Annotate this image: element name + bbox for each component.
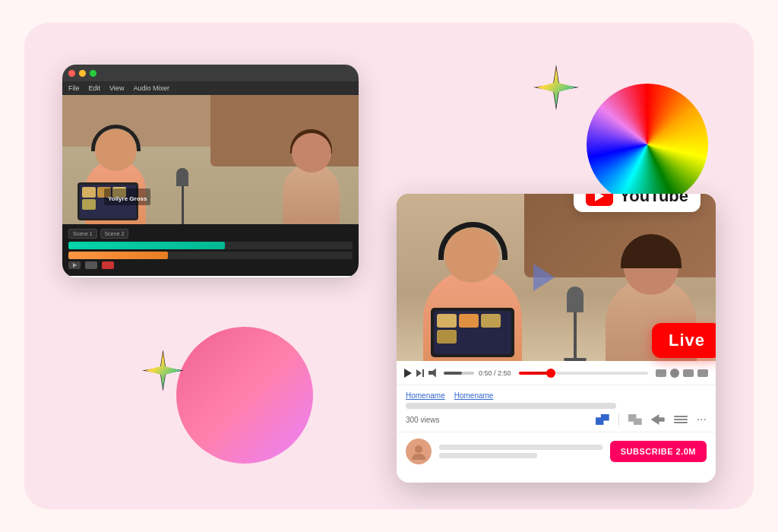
youtube-controls-bar: 0:50 / 2:50 xyxy=(397,361,716,385)
youtube-time-display: 0:50 / 2:50 xyxy=(479,369,511,377)
youtube-extra-controls xyxy=(656,369,708,378)
obs-play-icon xyxy=(73,263,77,268)
youtube-fullscreen-icon[interactable] xyxy=(697,369,708,377)
youtube-share-button[interactable] xyxy=(651,414,665,425)
star-icon-top-right xyxy=(533,65,579,110)
youtube-volume-icon[interactable] xyxy=(429,369,439,378)
avatar-icon xyxy=(410,443,427,460)
main-container: File Edit View Audio Mixer xyxy=(24,23,754,509)
svg-point-0 xyxy=(415,445,422,453)
youtube-thumbdown-button[interactable] xyxy=(628,414,642,425)
yt-divider-1 xyxy=(618,413,619,426)
youtube-settings-icon[interactable] xyxy=(670,369,679,378)
subscribe-button[interactable]: SUBSCRIBE 2.0M xyxy=(610,441,707,462)
obs-preview-area: Yollyre Gross xyxy=(62,95,359,224)
youtube-progress-bar[interactable] xyxy=(519,372,648,375)
youtube-logo-text: YouTube xyxy=(619,194,688,206)
youtube-play-button[interactable] xyxy=(404,369,412,378)
obs-play-button[interactable] xyxy=(68,261,81,269)
youtube-progress-dot[interactable] xyxy=(546,369,555,378)
star-icon-bottom-left xyxy=(142,350,184,391)
obs-menu-audio[interactable]: Audio Mixer xyxy=(133,84,169,92)
obs-menu-file[interactable]: File xyxy=(68,84,80,92)
deco-rainbow-circle xyxy=(587,84,708,205)
youtube-next-button[interactable] xyxy=(416,369,424,377)
live-badge: Live xyxy=(652,323,716,358)
obs-menu-bar: File Edit View Audio Mixer xyxy=(62,81,359,95)
obs-stop-button[interactable] xyxy=(85,261,97,269)
youtube-card: YouTube Live xyxy=(397,194,716,483)
youtube-channel-links: Homename Homename xyxy=(406,391,707,400)
deco-pink-circle xyxy=(176,327,313,464)
youtube-pip-icon[interactable] xyxy=(683,369,694,377)
list-line-3 xyxy=(674,422,688,423)
youtube-play-icon xyxy=(595,194,604,201)
youtube-logo-badge: YouTube xyxy=(574,194,701,212)
youtube-views-row: 300 views ··· xyxy=(406,413,707,426)
youtube-view-count: 300 views xyxy=(406,416,439,424)
youtube-subtitle-icon[interactable] xyxy=(656,369,666,377)
video-laptop xyxy=(431,308,514,357)
youtube-logo-icon xyxy=(586,194,613,206)
video-play-overlay[interactable] xyxy=(533,264,555,291)
obs-window-card: File Edit View Audio Mixer xyxy=(62,65,359,277)
obs-rec-button[interactable] xyxy=(102,261,114,269)
obs-track-1 xyxy=(68,242,353,249)
obs-track-fill-1 xyxy=(68,242,225,249)
obs-brand-text: Yollyre Gross xyxy=(108,195,147,202)
obs-maximize-dot[interactable] xyxy=(90,70,96,77)
obs-scene-1[interactable]: Scene 1 xyxy=(68,229,97,239)
obs-menu-edit[interactable]: Edit xyxy=(89,84,101,92)
obs-timeline: Scene 1 Scene 2 xyxy=(62,224,359,276)
channel-sub-line xyxy=(439,453,537,458)
obs-track-fill-2 xyxy=(68,252,168,259)
youtube-more-button[interactable]: ··· xyxy=(697,413,707,426)
obs-scene-row: Scene 1 Scene 2 xyxy=(68,229,353,239)
obs-scene-2[interactable]: Scene 2 xyxy=(100,229,129,239)
youtube-video-info: Homename Homename 300 views ··· xyxy=(397,385,716,432)
channel-name-line xyxy=(439,445,602,450)
obs-title-bar xyxy=(62,65,359,81)
obs-controls xyxy=(68,261,353,269)
youtube-channel-link-2[interactable]: Homename xyxy=(454,391,494,400)
youtube-action-icons: ··· xyxy=(596,413,707,426)
youtube-subscribe-row: SUBSCRIBE 2.0M xyxy=(397,432,716,470)
obs-track-2 xyxy=(68,252,353,259)
youtube-thumbup-button[interactable] xyxy=(596,414,609,425)
obs-menu-view[interactable]: View xyxy=(109,84,124,92)
youtube-channel-link-1[interactable]: Homename xyxy=(406,391,445,400)
video-mic xyxy=(564,287,587,361)
channel-avatar[interactable] xyxy=(406,439,432,464)
youtube-save-button[interactable] xyxy=(674,416,688,423)
list-line-1 xyxy=(674,416,688,417)
obs-minimize-dot[interactable] xyxy=(79,70,86,77)
list-line-2 xyxy=(674,419,688,420)
youtube-volume-bar[interactable] xyxy=(444,372,474,375)
youtube-video-title-bar xyxy=(406,403,616,409)
channel-info xyxy=(439,445,602,458)
obs-close-dot[interactable] xyxy=(68,70,75,77)
